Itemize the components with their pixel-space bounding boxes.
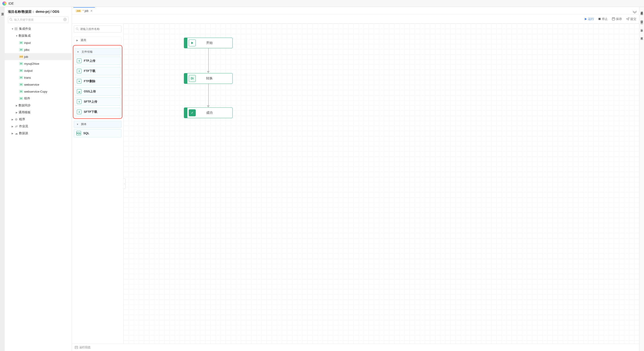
caret-down-icon: ▼ [11, 28, 14, 30]
sidebar: 项目名称/数据层： demo-prj / ODS ▼ 集成作业 [5, 7, 72, 351]
palette-item-label: SFTP下载 [84, 110, 97, 114]
footer-log-label[interactable]: 运行日志 [80, 346, 90, 350]
tree-node-label: 作业流 [19, 124, 28, 128]
node-label: 开始 [196, 41, 232, 45]
component-palette: ▶ 通用 ▼ 文件传输 ⇧ FTP上传 [72, 24, 124, 344]
category-label: 通用 [80, 38, 86, 42]
palette-collapse-handle[interactable]: ‹ [124, 178, 126, 189]
palette-item-label: SFTP上传 [84, 100, 97, 104]
run-label: 运行 [588, 17, 594, 21]
left-rail: 资源 [0, 7, 5, 351]
palette-item-ftp-upload[interactable]: ⇧ FTP上传 [74, 57, 121, 65]
palette-item-ftp-delete[interactable]: ✕ FTP删除 [74, 77, 121, 86]
category-file-transfer[interactable]: ▼ 文件传输 [74, 48, 121, 55]
gear-icon: ⚙ [14, 118, 18, 121]
arrow-down-icon [207, 71, 210, 73]
tab-dirty-indicator: * [83, 9, 84, 12]
palette-item-sftp-download[interactable]: ⇩ SFTP下载 [74, 108, 121, 116]
node-stripe [184, 73, 187, 84]
palette-search-input[interactable] [74, 26, 122, 32]
tree-node-label: webservice-Copy [24, 90, 47, 93]
category-script[interactable]: ▼ 脚本 [74, 121, 122, 128]
di-badge-icon: Di [19, 83, 23, 86]
editor-toolbar: 运行 停止 保存 提交 [72, 14, 639, 24]
save-button[interactable]: 保存 [612, 17, 622, 21]
caret-right-icon: ▶ [15, 111, 18, 114]
collapse-icon[interactable] [632, 11, 637, 14]
right-rail-metric-log[interactable]: 指标日志 [640, 18, 644, 20]
job-badge-icon: Job [19, 55, 23, 58]
svg-point-0 [10, 18, 12, 20]
flow-edge [208, 84, 209, 106]
palette-item-oss-upload[interactable]: ☁ OSS上传 [74, 87, 121, 96]
tree-node-label: 数据集成 [18, 34, 31, 38]
di-badge-icon: Di [19, 41, 23, 44]
oss-icon: ☁ [77, 89, 82, 94]
palette-item-sql[interactable]: SQL SQL [74, 129, 122, 138]
caret-right-icon: ▶ [11, 132, 14, 135]
stop-button[interactable]: 停止 [598, 17, 608, 21]
tree-item-output[interactable]: Di output [5, 67, 72, 74]
job-badge-icon: Job [76, 10, 81, 12]
palette-item-sftp-upload[interactable]: ⇧ SFTP上传 [74, 98, 121, 106]
tree-node-label: webservice [24, 83, 39, 86]
tree-item-input[interactable]: Di input [5, 39, 72, 46]
tree-datasources[interactable]: ▶ ☁ 数据源 [5, 130, 72, 137]
flow-node-success[interactable]: ✓ 成功 [184, 108, 232, 118]
di-badge-icon: Di [19, 76, 23, 79]
left-rail-resources[interactable]: 资源 [0, 10, 4, 11]
submit-button[interactable]: 提交 [626, 17, 636, 21]
flow-node-start[interactable]: 开始 [184, 38, 232, 48]
palette-item-label: FTP下载 [84, 69, 96, 73]
tree-data-sync[interactable]: ▶ 数据同步 [5, 102, 72, 109]
caret-down-icon: ▼ [77, 50, 79, 53]
svg-rect-9 [598, 18, 600, 20]
tree-general-template[interactable]: ▶ 通用模板 [5, 109, 72, 116]
cloud-icon: ☁ [14, 132, 18, 135]
file-transfer-highlight: ▼ 文件传输 ⇧ FTP上传 ⇩ FTP下载 [73, 45, 122, 119]
di-badge-icon: Di [19, 62, 23, 65]
right-rail-general-config[interactable]: 通用配置 [640, 9, 644, 11]
tree-category-icon [14, 27, 18, 30]
tree-node-label: mysql2hive [24, 62, 39, 66]
add-icon[interactable] [64, 18, 67, 21]
sidebar-search-input[interactable] [8, 16, 68, 23]
category-general[interactable]: ▶ 通用 [74, 37, 122, 44]
ftp-icon: ⇧ [77, 58, 82, 63]
svg-point-11 [76, 28, 78, 30]
di-badge-icon: Di [19, 48, 23, 51]
tree-programs[interactable]: ▶ ⚙ 程序 [5, 116, 72, 123]
right-rail-version[interactable]: 版本 [640, 27, 644, 28]
category-label: 脚本 [81, 122, 86, 126]
tree-node-label: output [24, 69, 32, 72]
flow-node-transform[interactable]: Di 转换 [184, 73, 232, 84]
palette-item-label: SQL [83, 132, 90, 135]
run-button[interactable]: 运行 [584, 17, 594, 21]
search-icon [76, 28, 79, 30]
tree-workflows[interactable]: ▶ ⇄ 作业流 [5, 123, 72, 130]
svg-rect-8 [16, 29, 17, 30]
tab-job[interactable]: Job * job ✕ [73, 7, 95, 14]
save-label: 保存 [616, 17, 622, 21]
palette-item-ftp-download[interactable]: ⇩ FTP下载 [74, 67, 121, 75]
tree-data-integration[interactable]: ▼ 数据集成 [5, 32, 72, 39]
palette-item-label: FTP上传 [84, 59, 96, 63]
node-stripe [184, 108, 187, 118]
svg-line-12 [78, 30, 78, 30]
palette-item-label: OSS上传 [84, 90, 96, 94]
flow-canvas[interactable]: ‹ 开始 Di 转换 [124, 24, 639, 344]
flow-edge [208, 48, 209, 72]
caret-down-icon: ▼ [76, 123, 79, 126]
tree-root-integration-jobs[interactable]: ▼ 集成作业 [5, 25, 72, 32]
ftp-icon: ⇩ [77, 69, 82, 73]
tree-item-mysql2hive[interactable]: Di mysql2hive [5, 60, 72, 67]
tree-item-jdbc[interactable]: Di jdbc [5, 46, 72, 53]
right-rail-draft[interactable]: 草稿 [640, 35, 644, 36]
tree-item-component[interactable]: Di 组件 [5, 95, 72, 102]
tree-item-webservice-copy[interactable]: Di webservice-Copy [5, 88, 72, 95]
close-icon[interactable]: ✕ [90, 9, 93, 12]
tree-item-trans[interactable]: Di trans [5, 74, 72, 81]
tree-item-job[interactable]: Job job [5, 53, 72, 60]
node-stripe [184, 38, 187, 48]
tree-item-webservice[interactable]: Di webservice [5, 81, 72, 88]
